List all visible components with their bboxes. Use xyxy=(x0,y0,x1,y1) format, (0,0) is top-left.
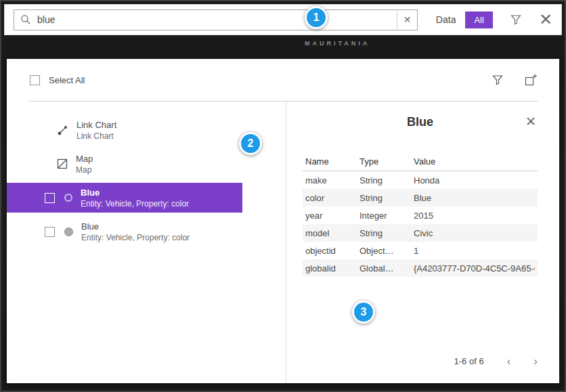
entity-node-icon xyxy=(64,194,72,202)
pagination-label: 1-6 of 6 xyxy=(454,356,484,366)
item-title: Link Chart xyxy=(77,120,116,130)
callout-badge-2: 2 xyxy=(239,132,262,155)
cell-type: Global… xyxy=(360,263,414,274)
column-header: Value xyxy=(414,156,535,167)
item-text: Blue Entity: Vehicle, Property: color xyxy=(81,188,189,209)
cell-name: year xyxy=(305,211,360,221)
select-all-label: Select All xyxy=(49,75,85,85)
link-chart-icon xyxy=(57,125,68,136)
list-item-blue-selected[interactable]: Blue Entity: Vehicle, Property: color xyxy=(7,183,242,213)
cell-name: model xyxy=(305,228,360,238)
cell-type: String xyxy=(360,175,414,186)
select-all-checkbox[interactable] xyxy=(30,75,40,85)
close-search-icon[interactable]: ✕ xyxy=(539,12,552,28)
search-options: Data All ✕ xyxy=(436,12,552,28)
all-filter-button[interactable]: All xyxy=(465,12,492,28)
detail-header: Blue ✕ xyxy=(303,115,538,129)
cell-value: Honda xyxy=(414,175,535,186)
cell-value: 1 xyxy=(414,246,535,256)
table-row: model String Civic xyxy=(303,224,538,242)
list-item-blue[interactable]: Blue Entity: Vehicle, Property: color xyxy=(7,217,242,246)
header-icons xyxy=(492,74,538,87)
cell-type: Object… xyxy=(360,246,414,256)
search-filter-icon[interactable] xyxy=(510,14,521,25)
page-next-icon[interactable]: › xyxy=(534,355,538,367)
table-row: objectid Object… 1 xyxy=(303,242,538,259)
list-item-link-chart[interactable]: Link Chart Link Chart xyxy=(7,115,242,145)
map-country-label: MAURITANIA xyxy=(305,40,370,47)
item-subtitle: Entity: Vehicle, Property: color xyxy=(81,233,190,242)
item-title: Map xyxy=(76,154,93,164)
cell-name: objectid xyxy=(305,246,360,256)
column-header: Name xyxy=(305,156,360,167)
item-text: Link Chart Link Chart xyxy=(77,120,116,141)
item-title: Blue xyxy=(81,188,189,198)
close-detail-icon[interactable]: ✕ xyxy=(525,115,536,128)
search-results-panel: Select All Link Chart xyxy=(7,59,559,383)
data-label: Data xyxy=(436,14,456,25)
cell-value: Civic xyxy=(414,228,535,238)
cell-value: Blue xyxy=(414,193,535,203)
column-header: Type xyxy=(360,156,414,167)
table-header-row: Name Type Value xyxy=(303,152,538,171)
app-window: MAURITANIA ✕ Data All ✕ Select All xyxy=(0,0,566,392)
callout-badge-3: 3 xyxy=(352,301,375,324)
callout-badge-1: 1 xyxy=(305,6,328,29)
list-item-map[interactable]: Map Map xyxy=(7,149,242,179)
detail-title: Blue xyxy=(407,115,433,129)
cell-type: String xyxy=(360,228,414,238)
cell-value: 2015 xyxy=(414,211,535,221)
entity-node-icon xyxy=(64,227,73,236)
add-selection-icon[interactable] xyxy=(525,74,538,87)
search-input[interactable] xyxy=(37,10,397,30)
table-row: make String Honda xyxy=(303,171,538,189)
cell-name: globalid xyxy=(305,263,360,274)
clear-search-button[interactable]: ✕ xyxy=(397,10,417,30)
search-icon xyxy=(14,14,37,25)
item-subtitle: Entity: Vehicle, Property: color xyxy=(81,199,189,209)
results-content: Link Chart Link Chart Map Map xyxy=(7,102,559,383)
properties-table: Name Type Value make String Honda color … xyxy=(303,152,538,277)
item-title: Blue xyxy=(81,221,190,232)
results-header: Select All xyxy=(7,59,559,101)
result-checkbox[interactable] xyxy=(45,193,55,203)
page-prev-icon[interactable]: ‹ xyxy=(507,355,511,367)
filter-icon[interactable] xyxy=(492,74,503,85)
cell-name: make xyxy=(305,175,360,186)
item-subtitle: Map xyxy=(76,165,93,175)
table-row: color String Blue xyxy=(303,189,538,206)
cell-type: Integer xyxy=(360,211,414,221)
item-text: Blue Entity: Vehicle, Property: color xyxy=(81,221,190,242)
result-checkbox[interactable] xyxy=(45,227,55,237)
item-text: Map Map xyxy=(76,154,93,175)
detail-panel: Blue ✕ Name Type Value make String Honda xyxy=(286,102,559,383)
pagination: 1-6 of 6 ‹ › xyxy=(303,355,538,372)
cell-name: color xyxy=(305,193,360,203)
table-row: year Integer 2015 xyxy=(303,206,538,224)
search-toolbar: ✕ Data All ✕ xyxy=(4,4,562,35)
cell-type: String xyxy=(360,193,414,203)
search-box: ✕ xyxy=(14,9,418,30)
table-row: globalid Global… {A4203777-D70D-4C5C-9A6… xyxy=(303,259,538,277)
cell-value: {A4203777-D70D-4C5C-9A65-C… xyxy=(414,263,535,274)
map-icon xyxy=(57,158,68,169)
item-subtitle: Link Chart xyxy=(77,131,116,141)
